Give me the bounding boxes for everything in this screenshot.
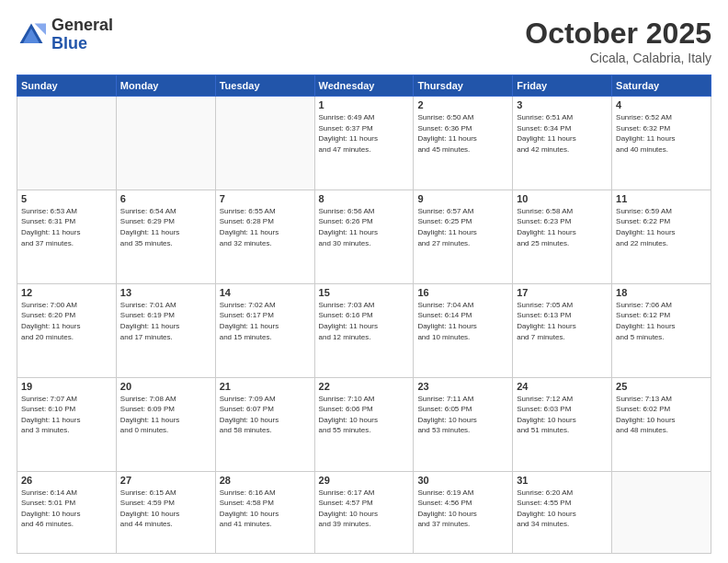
table-row: 1Sunrise: 6:49 AM Sunset: 6:37 PM Daylig… (314, 97, 414, 190)
day-number: 26 (21, 475, 112, 486)
logo-general: General (51, 16, 113, 34)
day-info: Sunrise: 7:00 AM Sunset: 6:20 PM Dayligh… (21, 300, 112, 342)
day-info: Sunrise: 6:17 AM Sunset: 4:57 PM Dayligh… (319, 488, 410, 530)
col-tuesday: Tuesday (215, 75, 314, 97)
day-number: 10 (517, 193, 608, 204)
location-subtitle: Cicala, Calabria, Italy (525, 51, 711, 65)
day-info: Sunrise: 6:59 AM Sunset: 6:22 PM Dayligh… (616, 206, 707, 248)
table-row: 22Sunrise: 7:10 AM Sunset: 6:06 PM Dayli… (314, 377, 414, 471)
col-friday: Friday (513, 75, 612, 97)
day-number: 5 (21, 193, 112, 204)
day-info: Sunrise: 6:53 AM Sunset: 6:31 PM Dayligh… (21, 206, 112, 248)
day-number: 3 (517, 99, 608, 110)
day-info: Sunrise: 6:14 AM Sunset: 5:01 PM Dayligh… (21, 488, 112, 530)
logo-icon (17, 20, 46, 50)
day-info: Sunrise: 7:10 AM Sunset: 6:06 PM Dayligh… (319, 394, 410, 436)
day-number: 14 (220, 287, 311, 298)
table-row: 19Sunrise: 7:07 AM Sunset: 6:10 PM Dayli… (17, 377, 117, 471)
table-row: 29Sunrise: 6:17 AM Sunset: 4:57 PM Dayli… (314, 471, 414, 554)
day-info: Sunrise: 7:13 AM Sunset: 6:02 PM Dayligh… (616, 394, 707, 436)
day-number: 23 (417, 381, 508, 392)
day-number: 24 (517, 381, 608, 392)
table-row: 17Sunrise: 7:05 AM Sunset: 6:13 PM Dayli… (513, 283, 612, 377)
day-number: 20 (120, 381, 211, 392)
page: General Blue October 2025 Cicala, Calabr… (0, 0, 728, 563)
calendar-week-row: 12Sunrise: 7:00 AM Sunset: 6:20 PM Dayli… (17, 283, 711, 377)
table-row (116, 97, 215, 190)
table-row: 16Sunrise: 7:04 AM Sunset: 6:14 PM Dayli… (414, 283, 513, 377)
day-number: 15 (319, 287, 410, 298)
day-number: 22 (319, 381, 410, 392)
day-info: Sunrise: 6:57 AM Sunset: 6:25 PM Dayligh… (417, 206, 508, 248)
day-number: 17 (517, 287, 608, 298)
day-info: Sunrise: 6:19 AM Sunset: 4:56 PM Dayligh… (417, 488, 508, 530)
calendar-week-row: 5Sunrise: 6:53 AM Sunset: 6:31 PM Daylig… (17, 190, 711, 283)
day-number: 29 (319, 475, 410, 486)
table-row: 3Sunrise: 6:51 AM Sunset: 6:34 PM Daylig… (513, 97, 612, 190)
day-info: Sunrise: 7:05 AM Sunset: 6:13 PM Dayligh… (517, 300, 608, 342)
day-info: Sunrise: 7:04 AM Sunset: 6:14 PM Dayligh… (417, 300, 508, 342)
day-info: Sunrise: 6:56 AM Sunset: 6:26 PM Dayligh… (319, 206, 410, 248)
day-info: Sunrise: 7:03 AM Sunset: 6:16 PM Dayligh… (319, 300, 410, 342)
table-row: 15Sunrise: 7:03 AM Sunset: 6:16 PM Dayli… (314, 283, 414, 377)
day-number: 9 (417, 193, 508, 204)
day-info: Sunrise: 6:49 AM Sunset: 6:37 PM Dayligh… (319, 112, 410, 155)
day-number: 8 (319, 193, 410, 204)
day-info: Sunrise: 6:15 AM Sunset: 4:59 PM Dayligh… (120, 488, 211, 530)
day-number: 19 (21, 381, 112, 392)
table-row: 14Sunrise: 7:02 AM Sunset: 6:17 PM Dayli… (215, 283, 314, 377)
day-info: Sunrise: 6:16 AM Sunset: 4:58 PM Dayligh… (220, 488, 311, 530)
col-monday: Monday (116, 75, 215, 97)
day-number: 7 (220, 193, 311, 204)
month-title: October 2025 (525, 17, 711, 51)
table-row: 25Sunrise: 7:13 AM Sunset: 6:02 PM Dayli… (612, 377, 711, 471)
day-number: 30 (417, 475, 508, 486)
table-row: 7Sunrise: 6:55 AM Sunset: 6:28 PM Daylig… (215, 190, 314, 283)
col-saturday: Saturday (612, 75, 711, 97)
col-wednesday: Wednesday (314, 75, 414, 97)
table-row: 9Sunrise: 6:57 AM Sunset: 6:25 PM Daylig… (414, 190, 513, 283)
day-info: Sunrise: 6:52 AM Sunset: 6:32 PM Dayligh… (616, 112, 707, 155)
table-row: 20Sunrise: 7:08 AM Sunset: 6:09 PM Dayli… (116, 377, 215, 471)
table-row: 18Sunrise: 7:06 AM Sunset: 6:12 PM Dayli… (612, 283, 711, 377)
table-row: 26Sunrise: 6:14 AM Sunset: 5:01 PM Dayli… (17, 471, 117, 554)
title-block: October 2025 Cicala, Calabria, Italy (525, 17, 711, 65)
col-sunday: Sunday (17, 75, 117, 97)
day-number: 25 (616, 381, 707, 392)
day-info: Sunrise: 6:54 AM Sunset: 6:29 PM Dayligh… (120, 206, 211, 248)
day-number: 13 (120, 287, 211, 298)
day-info: Sunrise: 6:20 AM Sunset: 4:55 PM Dayligh… (517, 488, 608, 530)
day-number: 1 (319, 99, 410, 110)
calendar-table: Sunday Monday Tuesday Wednesday Thursday… (17, 75, 711, 554)
day-info: Sunrise: 6:50 AM Sunset: 6:36 PM Dayligh… (417, 112, 508, 155)
day-number: 2 (417, 99, 508, 110)
day-number: 21 (220, 381, 311, 392)
table-row (612, 471, 711, 554)
day-info: Sunrise: 7:12 AM Sunset: 6:03 PM Dayligh… (517, 394, 608, 436)
table-row (17, 97, 117, 190)
table-row: 12Sunrise: 7:00 AM Sunset: 6:20 PM Dayli… (17, 283, 117, 377)
day-number: 11 (616, 193, 707, 204)
day-info: Sunrise: 6:58 AM Sunset: 6:23 PM Dayligh… (517, 206, 608, 248)
calendar-header-row: Sunday Monday Tuesday Wednesday Thursday… (17, 75, 711, 97)
day-number: 18 (616, 287, 707, 298)
table-row: 8Sunrise: 6:56 AM Sunset: 6:26 PM Daylig… (314, 190, 414, 283)
day-info: Sunrise: 7:06 AM Sunset: 6:12 PM Dayligh… (616, 300, 707, 342)
table-row: 21Sunrise: 7:09 AM Sunset: 6:07 PM Dayli… (215, 377, 314, 471)
table-row: 10Sunrise: 6:58 AM Sunset: 6:23 PM Dayli… (513, 190, 612, 283)
day-info: Sunrise: 7:08 AM Sunset: 6:09 PM Dayligh… (120, 394, 211, 436)
day-info: Sunrise: 6:51 AM Sunset: 6:34 PM Dayligh… (517, 112, 608, 155)
logo-blue: Blue (51, 34, 87, 52)
day-info: Sunrise: 7:01 AM Sunset: 6:19 PM Dayligh… (120, 300, 211, 342)
table-row: 5Sunrise: 6:53 AM Sunset: 6:31 PM Daylig… (17, 190, 117, 283)
table-row: 6Sunrise: 6:54 AM Sunset: 6:29 PM Daylig… (116, 190, 215, 283)
header: General Blue October 2025 Cicala, Calabr… (17, 17, 711, 65)
table-row: 27Sunrise: 6:15 AM Sunset: 4:59 PM Dayli… (116, 471, 215, 554)
day-number: 28 (220, 475, 311, 486)
table-row: 4Sunrise: 6:52 AM Sunset: 6:32 PM Daylig… (612, 97, 711, 190)
day-number: 4 (616, 99, 707, 110)
calendar-week-row: 1Sunrise: 6:49 AM Sunset: 6:37 PM Daylig… (17, 97, 711, 190)
logo: General Blue (17, 17, 113, 53)
table-row: 11Sunrise: 6:59 AM Sunset: 6:22 PM Dayli… (612, 190, 711, 283)
day-number: 12 (21, 287, 112, 298)
